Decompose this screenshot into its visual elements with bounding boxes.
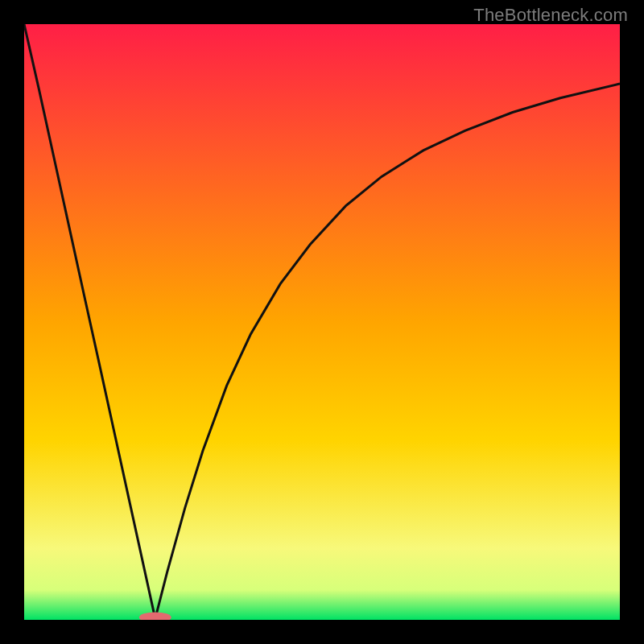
gradient-background: [24, 24, 620, 620]
watermark-text: TheBottleneck.com: [473, 5, 628, 26]
chart-frame: TheBottleneck.com: [0, 0, 644, 644]
plot-area: [24, 24, 620, 620]
bottleneck-chart: [24, 24, 620, 620]
